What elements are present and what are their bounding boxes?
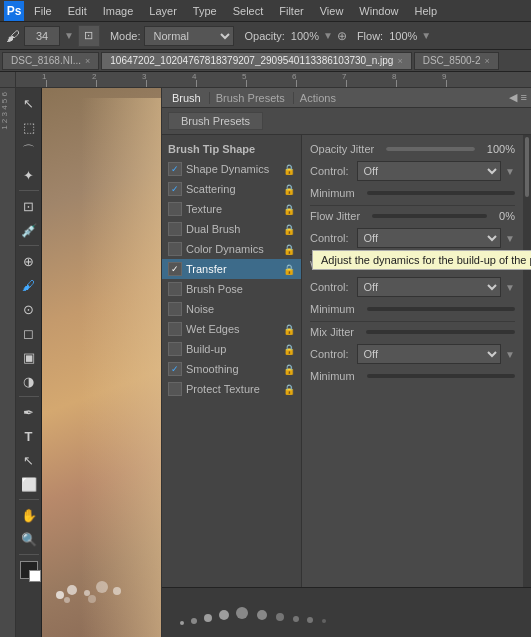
- flow-jitter-slider[interactable]: [372, 214, 487, 218]
- toolbar-sep4: [19, 499, 39, 500]
- menu-type[interactable]: Type: [189, 3, 221, 19]
- menu-layer[interactable]: Layer: [145, 3, 181, 19]
- tab-doc3[interactable]: DSC_8500-2 ×: [414, 52, 499, 70]
- menu-select[interactable]: Select: [229, 3, 268, 19]
- tab-close-3[interactable]: ×: [484, 56, 489, 66]
- check-brush-pose[interactable]: [168, 282, 182, 296]
- menu-help[interactable]: Help: [410, 3, 441, 19]
- brush-item-dual-brush[interactable]: Dual Brush 🔒: [162, 219, 301, 239]
- brush-item-noise[interactable]: Noise: [162, 299, 301, 319]
- tab-doc1[interactable]: DSC_8168.NI... ×: [2, 52, 99, 70]
- check-wet-edges[interactable]: [168, 322, 182, 336]
- marquee-tool[interactable]: ⬚: [18, 116, 40, 138]
- menu-filter[interactable]: Filter: [275, 3, 307, 19]
- lock-shape-dynamics: 🔒: [283, 164, 295, 175]
- check-transfer[interactable]: ✓: [168, 262, 182, 276]
- background-color[interactable]: [29, 570, 41, 582]
- clone-tool[interactable]: ⊙: [18, 298, 40, 320]
- check-shape-dynamics[interactable]: ✓: [168, 162, 182, 176]
- panel-tab-brush[interactable]: Brush: [166, 92, 207, 104]
- zoom-tool[interactable]: 🔍: [18, 528, 40, 550]
- crop-tool[interactable]: ⊡: [18, 195, 40, 217]
- scrollbar-thumb[interactable]: [525, 137, 529, 197]
- foreground-color[interactable]: [20, 561, 38, 579]
- eyedropper-tool[interactable]: 💉: [18, 219, 40, 241]
- image-highlight: [81, 98, 161, 637]
- tab-doc2[interactable]: 10647202_10204767818379207_2909540113386…: [101, 52, 411, 70]
- check-dual-brush[interactable]: [168, 222, 182, 236]
- brush-settings: Opacity Jitter 100% Control: Off Fade: [302, 135, 523, 587]
- check-noise[interactable]: [168, 302, 182, 316]
- brush-item-brush-pose[interactable]: Brush Pose: [162, 279, 301, 299]
- ruler-label-7: 7: [342, 72, 346, 81]
- brush-presets-button[interactable]: Brush Presets: [168, 112, 263, 130]
- minimum-slider-2[interactable]: [367, 307, 515, 311]
- brush-item-smoothing[interactable]: ✓ Smoothing 🔒: [162, 359, 301, 379]
- shape-tool[interactable]: ⬜: [18, 473, 40, 495]
- brush-item-wet-edges[interactable]: Wet Edges 🔒: [162, 319, 301, 339]
- panel-scrollbar[interactable]: [523, 135, 531, 587]
- opacity-jitter-slider[interactable]: [386, 147, 475, 151]
- panel-menu-icon[interactable]: ≡: [521, 91, 527, 104]
- check-buildup[interactable]: [168, 342, 182, 356]
- dodge-tool[interactable]: ◑: [18, 370, 40, 392]
- brush-item-texture[interactable]: Texture 🔒: [162, 199, 301, 219]
- tab-close-2[interactable]: ×: [397, 56, 402, 66]
- ruler-corner: [0, 72, 16, 88]
- hand-tool[interactable]: ✋: [18, 504, 40, 526]
- menu-view[interactable]: View: [316, 3, 348, 19]
- check-protect-texture[interactable]: [168, 382, 182, 396]
- menu-image[interactable]: Image: [99, 3, 138, 19]
- ruler-tick: [296, 80, 297, 88]
- tab-close-1[interactable]: ×: [85, 56, 90, 66]
- menu-window[interactable]: Window: [355, 3, 402, 19]
- text-tool[interactable]: T: [18, 425, 40, 447]
- brush-item-scattering[interactable]: ✓ Scattering 🔒: [162, 179, 301, 199]
- settings-area: Opacity Jitter 100% Control: Off Fade: [302, 135, 523, 587]
- healing-tool[interactable]: ⊕: [18, 250, 40, 272]
- mode-select[interactable]: Normal Multiply Screen: [144, 26, 234, 46]
- brush-panel: Brush Brush Presets Actions ◀ ≡ Brush Pr…: [161, 88, 531, 637]
- ctrl-label-3: Control:: [310, 281, 349, 293]
- panel-collapse-icon[interactable]: ◀: [509, 91, 517, 104]
- check-scattering[interactable]: ✓: [168, 182, 182, 196]
- ctrl-select-3[interactable]: Off: [357, 277, 502, 297]
- lock-protect-texture: 🔒: [283, 384, 295, 395]
- brush-item-color-dynamics[interactable]: Color Dynamics 🔒: [162, 239, 301, 259]
- brush-item-transfer[interactable]: ✓ Transfer 🔒: [162, 259, 301, 279]
- ruler-label-4: 4: [192, 72, 196, 81]
- gradient-tool[interactable]: ▣: [18, 346, 40, 368]
- check-smoothing[interactable]: ✓: [168, 362, 182, 376]
- brush-item-buildup[interactable]: Build-up 🔒: [162, 339, 301, 359]
- brush-tool[interactable]: 🖌: [18, 274, 40, 296]
- path-tool[interactable]: ↖: [18, 449, 40, 471]
- minimum-slider-3[interactable]: [367, 374, 515, 378]
- panel-tab-actions[interactable]: Actions: [293, 92, 342, 104]
- brush-list[interactable]: Brush Tip Shape ✓ Shape Dynamics 🔒 ✓ Sca…: [162, 135, 302, 587]
- panel-titlebar: Brush Brush Presets Actions ◀ ≡: [162, 88, 531, 108]
- ctrl-select-4[interactable]: Off: [357, 344, 502, 364]
- menu-edit[interactable]: Edit: [64, 3, 91, 19]
- svg-point-14: [293, 616, 299, 622]
- pen-tool[interactable]: ✒: [18, 401, 40, 423]
- check-texture[interactable]: [168, 202, 182, 216]
- check-color-dynamics[interactable]: [168, 242, 182, 256]
- panel-tab-presets[interactable]: Brush Presets: [209, 92, 291, 104]
- minimum-slider-1[interactable]: [367, 191, 515, 195]
- opacity-value: 100%: [291, 30, 319, 42]
- magic-wand-tool[interactable]: ✦: [18, 164, 40, 186]
- ctrl-select-1[interactable]: Off Fade Pen Pressure: [357, 161, 502, 181]
- brush-item-shape-dynamics[interactable]: ✓ Shape Dynamics 🔒: [162, 159, 301, 179]
- airbrush-icon[interactable]: ⊕: [337, 29, 347, 43]
- brush-item-protect-texture[interactable]: Protect Texture 🔒: [162, 379, 301, 399]
- eraser-tool[interactable]: ◻: [18, 322, 40, 344]
- brush-options-icon[interactable]: ⊡: [78, 25, 100, 47]
- mix-jitter-slider[interactable]: [366, 330, 515, 334]
- ruler-tick: [246, 80, 247, 88]
- lasso-tool[interactable]: ⌒: [18, 140, 40, 162]
- move-tool[interactable]: ↖: [18, 92, 40, 114]
- ctrl-select-2[interactable]: Off Fade: [357, 228, 502, 248]
- menu-file[interactable]: File: [30, 3, 56, 19]
- canvas-area[interactable]: [42, 88, 161, 637]
- brush-size-input[interactable]: [24, 26, 60, 46]
